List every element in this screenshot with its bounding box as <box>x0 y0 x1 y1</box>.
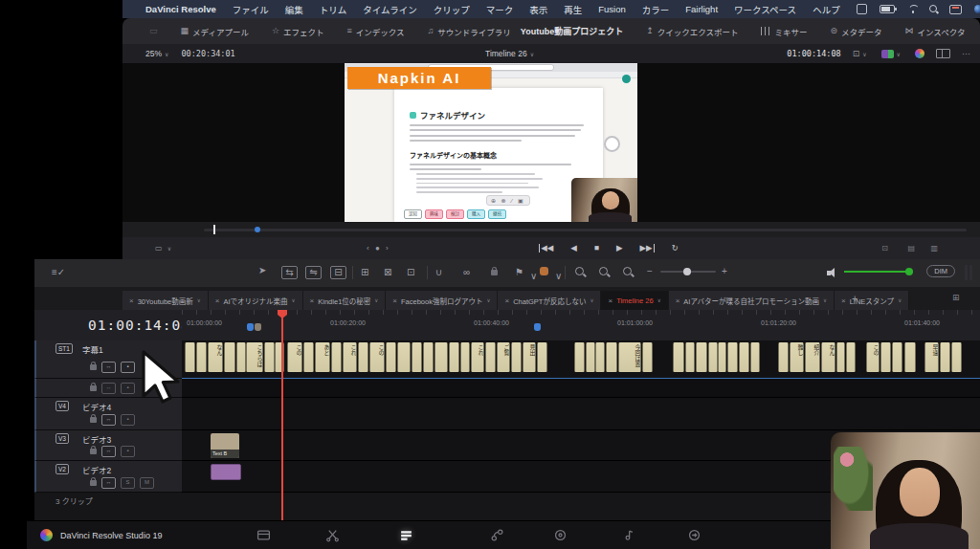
play-reverse-button[interactable]: ◀ <box>570 244 577 253</box>
jog-wheel[interactable]: ‹ ● › <box>367 244 390 253</box>
subtitle-clip[interactable] <box>595 342 605 372</box>
wifi-icon[interactable] <box>907 5 918 13</box>
subtitle-clip[interactable] <box>303 342 314 372</box>
chevron-down-icon[interactable]: ∨ <box>374 297 378 303</box>
safe-area-button[interactable]: ▭ ∨ <box>155 244 174 253</box>
chevron-down-icon[interactable]: ∨ <box>898 297 902 303</box>
first-frame-button[interactable]: ◀◀ <box>539 244 553 253</box>
subtitle-clip[interactable]: この <box>287 342 302 372</box>
mute-button[interactable]: M <box>140 477 154 489</box>
timeline-tab[interactable]: × 30Youtube動画新 ∨ <box>122 291 209 310</box>
subtitle-clip[interactable] <box>708 342 718 372</box>
subtitle-clip[interactable] <box>739 342 749 372</box>
custom-zoom-icon[interactable] <box>622 266 635 278</box>
subtitle-clip[interactable] <box>778 342 789 372</box>
subtitle-clip[interactable]: なん <box>208 342 223 372</box>
play-button[interactable]: ▶ <box>616 244 623 253</box>
cut-page-button[interactable] <box>325 528 340 542</box>
full-extent-zoom-icon[interactable] <box>574 266 587 278</box>
close-icon[interactable]: × <box>310 296 315 305</box>
chevron-down-icon[interactable]: ∨ <box>590 297 593 303</box>
mixer-button[interactable]: ミキサー <box>751 26 816 37</box>
viewer-resize-icon[interactable]: ⊡ <box>853 49 860 58</box>
menu-workspace[interactable]: ワークスペース <box>734 3 796 16</box>
chevron-down-icon[interactable]: ∨ <box>823 297 827 303</box>
timeline-marker[interactable] <box>255 323 261 331</box>
subtitle-clip[interactable] <box>449 342 459 372</box>
lock-icon[interactable] <box>90 480 97 486</box>
selection-tool-icon[interactable]: ➤ <box>258 264 266 277</box>
zoom-out-icon[interactable]: − <box>647 265 653 278</box>
auto-select-icon[interactable]: ↔ <box>101 414 116 426</box>
subtitle-visibility-icon[interactable]: ▪ <box>121 362 135 373</box>
media-page-button[interactable] <box>256 528 271 542</box>
chevron-down-icon[interactable]: ∨ <box>657 297 661 303</box>
spotlight-search-icon[interactable] <box>929 5 937 13</box>
subtitle-clip[interactable] <box>586 342 595 372</box>
subtitle-clip[interactable] <box>397 342 411 372</box>
subtitle-clip[interactable]: あと <box>315 342 330 372</box>
timeline-list-icon[interactable]: ⊞ <box>952 293 960 302</box>
color-viewer-icon[interactable] <box>915 49 924 58</box>
inspector-button[interactable]: ⋈ インスペクタ <box>896 26 975 37</box>
collaboration-chat-icon[interactable]: ▭ <box>149 27 158 35</box>
speaker-icon[interactable] <box>827 268 839 278</box>
subtitle-clip[interactable] <box>880 342 891 372</box>
last-frame-button[interactable]: ▶▶ <box>640 244 655 253</box>
auto-select-icon[interactable]: ↔ <box>101 383 116 394</box>
track-visibility-icon[interactable]: ▪ <box>121 446 135 457</box>
subtitle-clip[interactable] <box>673 342 684 372</box>
subtitle-clip[interactable] <box>606 342 617 372</box>
index-button[interactable]: ≡ インデックス <box>338 26 414 37</box>
trim-edit-mode-icon[interactable]: ⇆ <box>281 266 298 279</box>
track-visibility-icon[interactable]: ▪ <box>121 383 135 394</box>
overwrite-clip-icon[interactable]: ⊠ <box>384 266 391 279</box>
menu-help[interactable]: ヘルプ <box>813 3 840 16</box>
chevron-down-icon[interactable]: ∨ <box>292 297 296 303</box>
collapsed-track-lane[interactable] <box>182 379 980 398</box>
volume-slider[interactable] <box>844 271 913 273</box>
title-clip[interactable]: Text B <box>211 433 239 458</box>
subtitle-clip[interactable] <box>836 342 845 372</box>
new-timeline-tab-button[interactable]: + <box>842 293 867 304</box>
subtitle-clip[interactable] <box>892 342 902 372</box>
menu-clip[interactable]: クリップ <box>434 3 470 16</box>
subtitle-clip[interactable] <box>537 342 547 372</box>
viewer-zoom-select[interactable]: 25% <box>145 49 162 58</box>
subtitle-clip[interactable]: なん <box>821 342 835 372</box>
fairlight-page-button[interactable] <box>620 528 635 542</box>
close-icon[interactable]: × <box>392 296 397 305</box>
timeline-select[interactable]: Timeline 26 ∨ <box>485 49 537 58</box>
subtitle-clip[interactable]: 紹介 <box>805 342 820 372</box>
subtitle-clip[interactable]: この <box>369 342 385 372</box>
subtitle-clip[interactable] <box>904 342 916 372</box>
subtitle-clip[interactable] <box>940 342 950 372</box>
menu-mark[interactable]: マーク <box>486 3 514 16</box>
timeline-tab[interactable]: × AIアバターが喋る自社プロモーション動画 ∨ <box>669 291 835 310</box>
detail-zoom-icon[interactable] <box>598 266 611 278</box>
viewer-options-icon[interactable]: ··· <box>962 49 970 58</box>
insert-clip-icon[interactable]: ⊞ <box>361 266 368 279</box>
viewer-jog-bar[interactable] <box>122 222 980 238</box>
edit-page-button[interactable] <box>399 528 413 542</box>
metadata-button[interactable]: ⊜ メタデータ <box>820 26 891 37</box>
subtitle-clip[interactable]: 見出 <box>523 342 536 372</box>
loop-button[interactable]: ↻ <box>672 244 679 253</box>
subtitle-clip[interactable] <box>423 342 434 372</box>
subtitle-clip[interactable]: ご覧 <box>497 342 510 372</box>
dual-viewer-icon[interactable] <box>936 49 950 58</box>
subtitle-clip[interactable] <box>412 342 422 372</box>
marker-icon[interactable] <box>540 267 548 275</box>
replace-clip-icon[interactable]: ⊡ <box>407 266 414 279</box>
video-track-3-header[interactable]: V3 ビデオ3 ↔ ▪ <box>34 430 185 461</box>
marker-chevron-icon[interactable]: ∨ <box>555 270 562 283</box>
clip-viewer-icon[interactable]: ▥ <box>930 244 938 253</box>
subtitle-clip[interactable] <box>331 342 342 372</box>
timeline-tab[interactable]: × AIでオリジナル楽曲 ∨ <box>209 291 303 310</box>
timeline-zoom-slider[interactable] <box>660 271 716 273</box>
subtitle-clip[interactable] <box>718 342 726 372</box>
subtitle-clip[interactable]: 難し <box>790 342 804 372</box>
subtitle-clip[interactable] <box>750 342 760 372</box>
lock-icon[interactable] <box>90 449 97 454</box>
lock-icon[interactable] <box>90 385 97 391</box>
